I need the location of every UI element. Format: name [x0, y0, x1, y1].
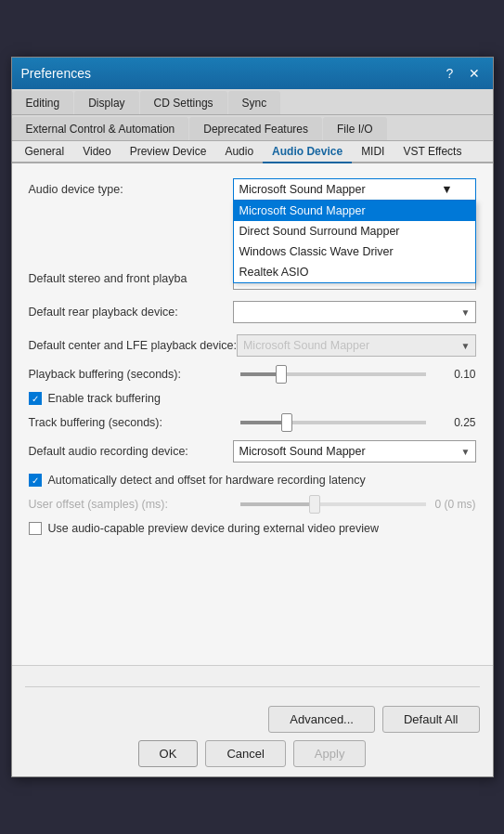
user-offset-label: User offset (samples) (ms): [29, 498, 233, 511]
dropdown-item-3[interactable]: Realtek ASIO [234, 262, 475, 282]
recording-device-dropdown[interactable]: Microsoft Sound Mapper ▼ [233, 440, 476, 463]
use-audio-capable-label: Use audio-capable preview device during … [48, 522, 379, 535]
default-center-select: Microsoft Sound Mapper [237, 334, 476, 357]
audio-device-type-dropdown[interactable]: Microsoft Sound Mapper ▼ Microsoft Sound… [233, 178, 476, 201]
audio-device-type-header[interactable]: Microsoft Sound Mapper ▼ [233, 178, 476, 201]
titlebar-controls: ? ✕ [441, 64, 484, 83]
default-stereo-label: Default stereo and front playba [29, 272, 233, 285]
advanced-button[interactable]: Advanced... [268, 706, 375, 733]
footer-top: Advanced... Default All [25, 706, 480, 733]
default-rear-select[interactable] [233, 301, 476, 323]
titlebar: Preferences ? ✕ [12, 58, 493, 89]
tab-general[interactable]: General [16, 141, 74, 163]
audio-device-type-label: Audio device type: [29, 183, 233, 196]
audio-device-type-selected: Microsoft Sound Mapper [239, 183, 366, 196]
audio-device-type-row: Audio device type: Microsoft Sound Mappe… [29, 178, 476, 201]
track-buffering-row: Track buffering (seconds): 0.25 [29, 416, 476, 429]
recording-device-select[interactable]: Microsoft Sound Mapper [233, 440, 476, 463]
tab-video[interactable]: Video [73, 141, 120, 163]
chevron-down-icon: ▼ [441, 183, 452, 196]
auto-detect-checkbox[interactable] [29, 474, 42, 487]
default-center-dropdown[interactable]: Microsoft Sound Mapper ▼ [237, 334, 476, 357]
tab-sync[interactable]: Sync [228, 91, 281, 114]
tab-audio-device[interactable]: Audio Device [263, 141, 352, 163]
footer: Advanced... Default All OK Cancel Apply [12, 665, 493, 776]
cancel-button[interactable]: Cancel [205, 740, 285, 767]
enable-track-buffering-label: Enable track buffering [48, 392, 161, 405]
auto-detect-row: Automatically detect and offset for hard… [29, 474, 476, 487]
footer-divider [25, 686, 480, 687]
tab-deprecated[interactable]: Deprecated Features [189, 117, 322, 140]
track-buffering-label: Track buffering (seconds): [29, 416, 233, 429]
user-offset-value: 0 (0 ms) [433, 498, 476, 511]
recording-device-row: Default audio recording device: Microsof… [29, 440, 476, 463]
default-all-button[interactable]: Default All [382, 706, 480, 733]
content-area: Audio device type: Microsoft Sound Mappe… [12, 163, 493, 665]
dropdown-item-0[interactable]: Microsoft Sound Mapper [234, 201, 475, 221]
footer-bottom: OK Cancel Apply [25, 740, 480, 767]
tab-midi[interactable]: MIDI [352, 141, 394, 163]
help-button[interactable]: ? [441, 64, 459, 83]
tab-audio[interactable]: Audio [215, 141, 263, 163]
tabs-row1: Editing Display CD Settings Sync [12, 89, 493, 115]
playback-buffering-value: 0.10 [433, 368, 476, 381]
ok-button[interactable]: OK [138, 740, 199, 767]
tab-file-io[interactable]: File I/O [323, 117, 387, 140]
audio-device-type-list: Microsoft Sound Mapper Direct Sound Surr… [233, 201, 476, 283]
tabs-row3: General Video Preview Device Audio Audio… [12, 141, 493, 163]
tab-preview-device[interactable]: Preview Device [121, 141, 216, 163]
use-audio-capable-checkbox[interactable] [29, 522, 42, 535]
use-audio-capable-row: Use audio-capable preview device during … [29, 522, 476, 535]
tab-display[interactable]: Display [74, 91, 138, 114]
dropdown-item-1[interactable]: Direct Sound Surround Mapper [234, 221, 475, 241]
dropdown-item-2[interactable]: Windows Classic Wave Driver [234, 241, 475, 262]
track-buffering-slider[interactable] [240, 421, 426, 424]
default-rear-row: Default rear playback device: ▼ [29, 301, 476, 323]
close-button[interactable]: ✕ [465, 64, 484, 83]
user-offset-row: User offset (samples) (ms): 0 (0 ms) [29, 498, 476, 511]
tab-vst-effects[interactable]: VST Effects [394, 141, 471, 163]
playback-buffering-slider[interactable] [240, 372, 426, 376]
default-center-label: Default center and LFE playback device: [29, 339, 237, 352]
default-rear-dropdown[interactable]: ▼ [233, 301, 476, 323]
tab-external-control[interactable]: External Control & Automation [12, 117, 189, 140]
playback-buffering-row: Playback buffering (seconds): 0.10 [29, 368, 476, 381]
track-buffering-value: 0.25 [433, 416, 476, 429]
user-offset-slider [240, 502, 426, 506]
dialog-title: Preferences [21, 66, 91, 81]
tabs-row2: External Control & Automation Deprecated… [12, 115, 493, 141]
tab-cd-settings[interactable]: CD Settings [140, 91, 227, 114]
recording-device-label: Default audio recording device: [29, 445, 233, 458]
default-center-row: Default center and LFE playback device: … [29, 334, 476, 357]
tab-editing[interactable]: Editing [12, 91, 74, 114]
default-rear-label: Default rear playback device: [29, 306, 233, 319]
enable-track-buffering-checkbox[interactable] [29, 392, 42, 405]
preferences-dialog: Preferences ? ✕ Editing Display CD Setti… [11, 57, 494, 777]
enable-track-buffering-row: Enable track buffering [29, 392, 476, 405]
playback-buffering-label: Playback buffering (seconds): [29, 368, 233, 381]
apply-button[interactable]: Apply [293, 740, 367, 767]
auto-detect-label: Automatically detect and offset for hard… [48, 474, 366, 487]
